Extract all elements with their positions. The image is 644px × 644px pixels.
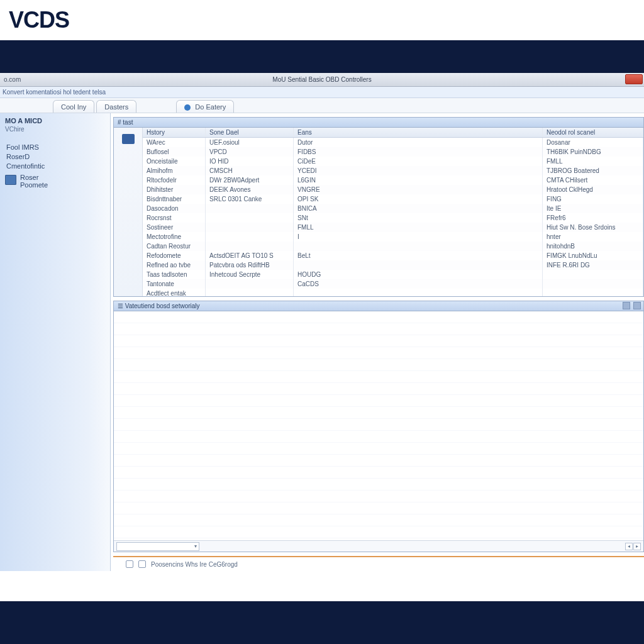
globe-icon — [184, 104, 191, 111]
table-cell: Tantonate — [143, 279, 206, 289]
sidebar-group-item-2[interactable]: Poomete — [20, 181, 48, 189]
grid-column-header[interactable]: Neodol rol scanel — [543, 128, 643, 137]
table-cell: DEEIK Avones — [206, 185, 294, 194]
title-bar-left-text: o.com — [0, 76, 21, 83]
table-cell — [206, 223, 294, 232]
table-cell: Inhetcoud Secrpte — [206, 270, 294, 279]
grid-table[interactable]: HstorySone DaelEansNeodol rol scanelWAre… — [143, 128, 643, 296]
table-cell: Hratoot CklHegd — [543, 185, 643, 194]
sidebar-item-1[interactable]: Fool IMRS — [5, 143, 105, 151]
sidebar-item-2[interactable]: RoserD — [5, 153, 105, 160]
grid-title-bar: # tast — [114, 118, 643, 128]
table-row[interactable]: BisdnttnaberSRLC 0301 CankeOPI SKFING — [143, 194, 643, 204]
tab-overview[interactable]: Cool Iny — [53, 100, 94, 113]
table-row[interactable]: RefodometeActsdOEIT AG TO10 SBeLtFIMGK L… — [143, 251, 643, 260]
sidebar-dropdown[interactable]: VChire — [5, 126, 105, 133]
table-cell: Onceistaile — [143, 157, 206, 166]
tab-label: Do Eatery — [195, 103, 226, 111]
menu-bar[interactable]: Konvert komentatiosi hol tedent telsa — [0, 87, 644, 98]
table-cell: VNGRE — [294, 185, 543, 194]
table-cell: Ite IE — [543, 204, 643, 213]
table-row[interactable]: DhihitsterDEEIK AvonesVNGREHratoot CklHe… — [143, 185, 643, 194]
table-cell: Mectotrofine — [143, 232, 206, 242]
table-cell: FRefr6 — [543, 213, 643, 223]
grid-column-header[interactable]: Sone Dael — [206, 128, 294, 137]
table-cell: CMTA CHilsert — [543, 175, 643, 185]
close-icon[interactable] — [625, 74, 643, 84]
detail-body[interactable] — [114, 311, 643, 540]
table-cell — [206, 242, 294, 251]
table-cell: Refodomete — [143, 251, 206, 260]
table-row[interactable]: MectotrofineIhnter — [143, 232, 643, 242]
grid-column-header[interactable]: Hstory — [143, 128, 206, 137]
table-row[interactable]: Taas tadlsotenInhetcoud SecrpteHOUDG — [143, 270, 643, 279]
table-cell: Dasocadon — [143, 204, 206, 213]
main-area: # tast HstorySone DaelEansNeodol rol sca… — [111, 113, 644, 571]
table-cell: WArec — [143, 138, 206, 147]
table-cell: Reflned ao tvbe — [143, 260, 206, 270]
table-cell: hnter — [543, 232, 643, 242]
table-cell: ActsdOEIT AG TO10 S — [206, 251, 294, 260]
table-cell: Bisdnttnaber — [143, 194, 206, 204]
table-cell — [294, 289, 543, 296]
sidebar-item-3[interactable]: Cmentofintic — [5, 162, 105, 170]
app-logo: VCDS — [9, 7, 69, 33]
table-cell — [206, 232, 294, 242]
table-cell: CiDeE — [294, 157, 543, 166]
tab-entry[interactable]: Do Eatery — [176, 100, 234, 113]
sidebar: MO A MICD VChire Fool IMRS RoserD Cmento… — [0, 113, 111, 571]
table-cell — [294, 242, 543, 251]
table-cell — [294, 260, 543, 270]
main-window: o.com MoU Sential Basic OBD Controllers … — [0, 73, 644, 601]
table-cell: Sostineer — [143, 223, 206, 232]
title-bar[interactable]: o.com MoU Sential Basic OBD Controllers — [0, 73, 644, 87]
prev-button[interactable]: ◂ — [625, 543, 633, 550]
table-cell: SRLC 0301 Canke — [206, 194, 294, 204]
status-icon — [138, 560, 146, 568]
grid-column-header[interactable]: Eans — [294, 128, 543, 137]
table-cell — [206, 289, 294, 296]
table-row[interactable]: WArecUEF.osioulDutorDosanar — [143, 138, 643, 147]
table-row[interactable]: Acdtlect entak — [143, 289, 643, 296]
table-cell: FMLL — [543, 157, 643, 166]
table-cell: TJBROG Boatered — [543, 166, 643, 175]
table-cell: DWr 2BW0Adpert — [206, 175, 294, 185]
table-row[interactable]: BufloselVPCDFIDBSTH6BIK PuinNDBG — [143, 147, 643, 157]
table-cell — [206, 279, 294, 289]
sidebar-group-item-1[interactable]: Roser — [20, 174, 48, 181]
filter-dropdown[interactable] — [116, 542, 199, 551]
table-row[interactable]: RocrsnstSNtFRefr6 — [143, 213, 643, 223]
table-cell: INFE R.6RI DG — [543, 260, 643, 270]
next-button[interactable]: ▸ — [633, 543, 641, 550]
table-row[interactable]: TantonateCaCDS — [143, 279, 643, 289]
table-row[interactable]: AlmihofmCMSCHYCEDITJBROG Boatered — [143, 166, 643, 175]
table-cell: Almihofm — [143, 166, 206, 175]
table-cell — [206, 213, 294, 223]
tab-row: Cool Iny Dasters Do Eatery — [0, 98, 644, 113]
table-cell: SNt — [294, 213, 543, 223]
status-bar: Poosencins Whs Ire CeG6rogd — [111, 557, 644, 571]
table-cell: CMSCH — [206, 166, 294, 175]
tab-label: Dasters — [104, 103, 128, 111]
table-cell: IO HID — [206, 157, 294, 166]
table-row[interactable]: OnceistaileIO HIDCiDeEFMLL — [143, 157, 643, 166]
table-cell: YCEDI — [294, 166, 543, 175]
table-cell: Dutor — [294, 138, 543, 147]
table-row[interactable]: Reflned ao tvbePatcvbra ods RdiftHBINFE … — [143, 260, 643, 270]
table-row[interactable]: Cadtan ReosturhnitohdnB — [143, 242, 643, 251]
table-cell: BNICA — [294, 204, 543, 213]
panel-tool-icon[interactable] — [623, 302, 630, 309]
table-row[interactable]: SostineerFMLLHiut Sw N. Bose Srdoins — [143, 223, 643, 232]
table-cell: Acdtlect entak — [143, 289, 206, 296]
table-cell: Buflosel — [143, 147, 206, 157]
table-row[interactable]: RltocfodelrDWr 2BW0AdpertL6GINCMTA CHils… — [143, 175, 643, 185]
table-cell: FMLL — [294, 223, 543, 232]
tab-diagnostics[interactable]: Dasters — [96, 100, 136, 113]
table-cell — [543, 279, 643, 289]
table-cell: FIMGK LnubNdLu — [543, 251, 643, 260]
panel-tool-icon[interactable] — [633, 302, 641, 309]
status-icon — [126, 560, 133, 568]
table-cell — [543, 270, 643, 279]
table-row[interactable]: DasocadonBNICAIte IE — [143, 204, 643, 213]
title-bar-center-text: MoU Sential Basic OBD Controllers — [272, 76, 371, 83]
